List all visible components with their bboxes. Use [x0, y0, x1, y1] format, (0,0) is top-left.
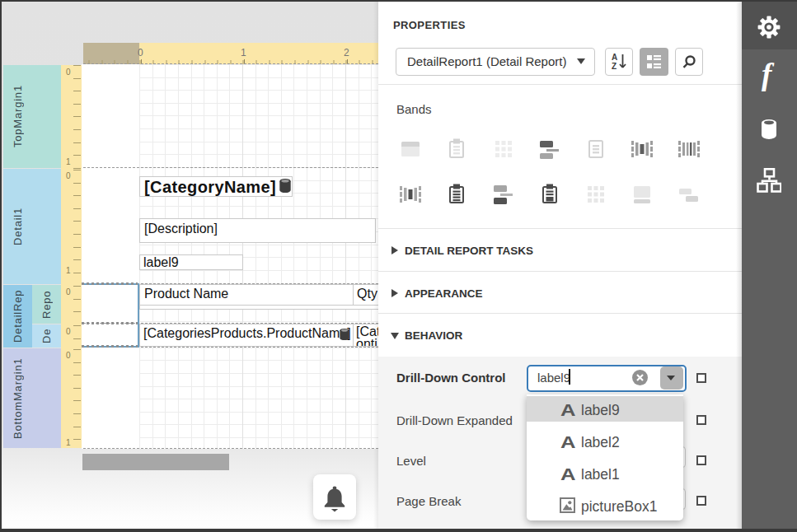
svg-text:A: A: [612, 53, 617, 62]
svg-text:Z: Z: [612, 62, 617, 71]
